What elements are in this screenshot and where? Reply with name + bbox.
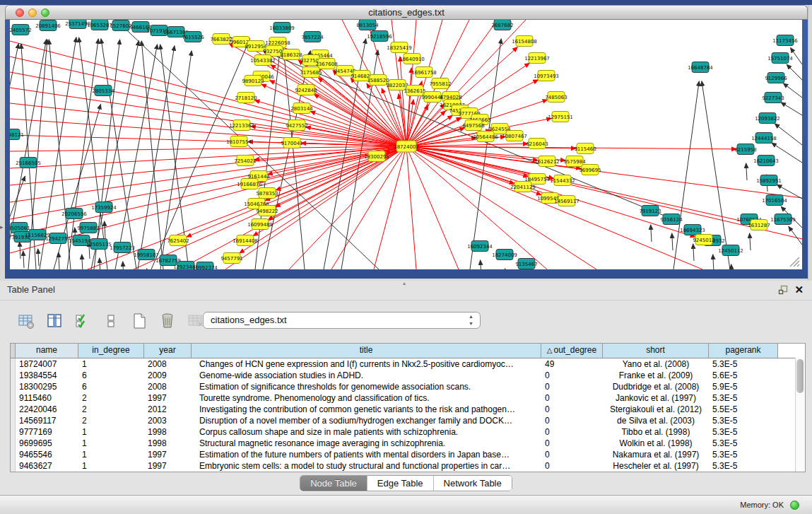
- graph-node[interactable]: 10992374: [192, 262, 218, 270]
- resize-grip[interactable]: [787, 255, 800, 267]
- cell-short[interactable]: Stergiakouli et al. (2012): [603, 404, 709, 415]
- graph-node[interactable]: 9129966: [765, 73, 787, 83]
- graph-node[interactable]: 8813054: [356, 20, 379, 30]
- graph-node[interactable]: 1527602: [110, 21, 131, 31]
- table-row[interactable]: 969969511998Structural magnetic resonanc…: [11, 438, 805, 449]
- cell-short[interactable]: Dudbridge et al. (2008): [603, 381, 709, 392]
- cell-short[interactable]: Yano et al. (2008): [603, 358, 709, 370]
- graph-node[interactable]: 16648121: [10, 129, 24, 140]
- cell-indegree[interactable]: 6: [78, 370, 144, 381]
- graph-node[interactable]: 7919123: [639, 206, 661, 216]
- delete-columns-icon[interactable]: [158, 312, 177, 330]
- cell-pagerank[interactable]: 5.3E-5: [709, 358, 778, 370]
- graph-node[interactable]: 19218596: [367, 31, 392, 42]
- cell-pagerank[interactable]: 5.3E-5: [709, 392, 778, 404]
- graph-node[interactable]: 9498222: [256, 206, 278, 216]
- graph-node[interactable]: 7663822: [210, 34, 232, 45]
- graph-node[interactable]: 2805334: [92, 86, 114, 96]
- graph-node[interactable]: 16961758: [411, 67, 437, 78]
- graph-node[interactable]: 9890123: [242, 76, 264, 86]
- graph-node[interactable]: 17957223: [110, 243, 135, 253]
- graph-node[interactable]: 18325419: [387, 42, 412, 53]
- cell-title[interactable]: Disruption of a novel member of a sodium…: [192, 415, 541, 426]
- graph-node[interactable]: 10973493: [534, 71, 559, 81]
- graph-node[interactable]: 12093822: [755, 113, 780, 124]
- cell-outdegree[interactable]: 0: [541, 404, 603, 415]
- cell-title[interactable]: Genome-wide association studies in ADHD.: [192, 370, 541, 381]
- table-row[interactable]: 946362711997Embryonic stem cells: a mode…: [11, 460, 805, 472]
- graph-node[interactable]: 9245012: [693, 235, 714, 245]
- cell-name[interactable]: 18724007: [16, 358, 78, 370]
- column-header-title[interactable]: title: [192, 344, 541, 358]
- graph-node[interactable]: 2405572: [10, 25, 32, 35]
- cell-name[interactable]: 19384554: [16, 370, 78, 381]
- table-mode-icon[interactable]: [17, 312, 35, 330]
- cell-year[interactable]: 2008: [144, 358, 192, 370]
- cell-title[interactable]: Embryonic stem cells: a model to study s…: [192, 460, 541, 472]
- cell-short[interactable]: Hescheler et al. (1997): [603, 460, 709, 472]
- unselect-all-columns-icon[interactable]: [102, 312, 120, 330]
- cell-indegree[interactable]: 2: [78, 415, 144, 426]
- cell-pagerank[interactable]: 5.9E-5: [709, 381, 778, 392]
- graph-node[interactable]: 15751074: [767, 53, 793, 64]
- table-row[interactable]: 1938455462009Genome-wide association stu…: [11, 370, 805, 381]
- cell-title[interactable]: Changes of HCN gene expression and I(f) …: [192, 358, 541, 370]
- graph-node[interactable]: 12213363: [229, 120, 254, 131]
- cell-outdegree[interactable]: 0: [541, 392, 603, 404]
- graph-node[interactable]: 16154808: [512, 36, 537, 47]
- graph-node[interactable]: 20891406: [35, 21, 61, 31]
- column-header-out_degree[interactable]: △out_degree: [541, 344, 603, 358]
- graph-node[interactable]: 9975887: [77, 223, 99, 233]
- graph-hub-node[interactable]: 18724007: [394, 141, 419, 152]
- column-header-name[interactable]: name: [16, 344, 78, 358]
- cell-short[interactable]: de Silva et al. (2003): [603, 415, 709, 426]
- graph-node[interactable]: 15892951: [756, 175, 782, 186]
- cell-indegree[interactable]: 6: [78, 381, 144, 392]
- graph-node[interactable]: 9699695: [579, 165, 601, 175]
- cell-pagerank[interactable]: 5.6E-5: [709, 370, 778, 381]
- tab-network-table[interactable]: Network Table: [434, 476, 512, 491]
- graph-node[interactable]: 9242848: [295, 85, 317, 95]
- cell-indegree[interactable]: 2: [78, 404, 144, 415]
- table-row[interactable]: 1872400712008Changes of HCN gene express…: [11, 358, 805, 370]
- cell-name[interactable]: 18300295: [16, 381, 78, 392]
- graph-node[interactable]: 8186328: [280, 49, 302, 60]
- cell-pagerank[interactable]: 5.5E-5: [709, 404, 778, 415]
- graph-node[interactable]: 9170041: [281, 138, 302, 148]
- graph-node[interactable]: 1631287: [748, 220, 770, 230]
- cell-short[interactable]: Franke et al. (2009): [603, 370, 709, 381]
- select-all-columns-icon[interactable]: [73, 312, 92, 330]
- cell-outdegree[interactable]: 49: [541, 358, 603, 370]
- close-panel-icon[interactable]: ✕: [794, 284, 804, 296]
- graph-node[interactable]: 6497568: [462, 120, 484, 131]
- graph-node[interactable]: 20206556: [61, 209, 87, 219]
- scrollbar-thumb[interactable]: [796, 359, 804, 393]
- cell-year[interactable]: 2003: [144, 415, 192, 426]
- cell-indegree[interactable]: 2: [78, 392, 144, 404]
- collapsed-panel-arrow-icon[interactable]: ▸: [0, 223, 4, 230]
- cell-indegree[interactable]: 1: [78, 449, 144, 460]
- graph-node[interactable]: 16210643: [753, 156, 779, 166]
- graph-node[interactable]: 18640910: [399, 54, 425, 64]
- graph-node[interactable]: 12450112: [718, 245, 743, 256]
- table-row[interactable]: 977716911998Corpus callosum shape and si…: [11, 426, 805, 438]
- cell-indegree[interactable]: 1: [78, 426, 144, 438]
- float-panel-icon[interactable]: [778, 285, 788, 295]
- tab-edge-table[interactable]: Edge Table: [367, 476, 434, 491]
- graph-node[interactable]: 16092344: [467, 241, 493, 252]
- graph-node[interactable]: 9115460: [574, 144, 596, 154]
- graph-node[interactable]: 7857224: [301, 32, 324, 42]
- table-row[interactable]: 911546021997Tourette syndrome. Phenomeno…: [11, 392, 805, 404]
- network-canvas[interactable]: 2405572208914062537149010653287152760294…: [10, 20, 802, 269]
- cell-pagerank[interactable]: 5.3E-5: [709, 415, 778, 426]
- cell-short[interactable]: Wolkin et al. (1998): [603, 438, 709, 449]
- table-row[interactable]: 1830029562008Estimation of significance …: [11, 381, 805, 392]
- cell-title[interactable]: Estimation of significance thresholds fo…: [192, 381, 541, 392]
- cell-pagerank[interactable]: 5.3E-5: [709, 449, 778, 460]
- graph-node[interactable]: 16033809: [269, 23, 295, 33]
- cell-year[interactable]: 2012: [144, 404, 192, 415]
- table-scrollbar[interactable]: [795, 358, 805, 472]
- network-graph[interactable]: 2405572208914062537149010653287152760294…: [10, 20, 802, 269]
- graph-node[interactable]: 9135467: [515, 259, 537, 269]
- graph-node[interactable]: 2687682: [491, 20, 513, 30]
